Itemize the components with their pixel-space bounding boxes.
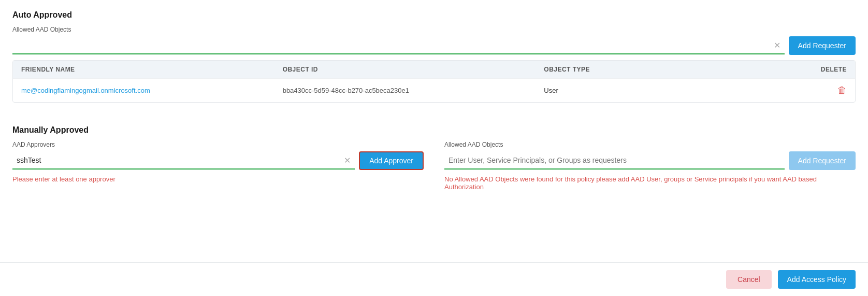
allowed-error-text: No Allowed AAD Objects were found for th… <box>444 175 856 191</box>
table-row: me@codingflamingogmail.onmicrosoft.com b… <box>13 78 855 102</box>
auto-allowed-aad-label: Allowed AAD Objects <box>12 26 856 33</box>
manually-approved-section: Manually Approved AAD Approvers ✕ Add Ap… <box>12 125 856 191</box>
auto-approved-clear-btn[interactable]: ✕ <box>772 40 783 50</box>
cell-friendly-name: me@codingflamingogmail.onmicrosoft.com <box>21 87 283 94</box>
page-container: Auto Approved Allowed AAD Objects ✕ Add … <box>0 0 868 296</box>
auto-add-requester-button[interactable]: Add Requester <box>789 36 856 55</box>
manually-approved-title: Manually Approved <box>12 125 856 135</box>
auto-approved-title: Auto Approved <box>12 10 856 20</box>
add-access-policy-button[interactable]: Add Access Policy <box>778 270 856 289</box>
col-object-type: OBJECT TYPE <box>544 66 805 73</box>
cell-object-id: bba430cc-5d59-48cc-b270-ac5beca230e1 <box>283 87 544 94</box>
aad-approvers-label: AAD Approvers <box>12 141 424 148</box>
aad-approvers-clear-btn[interactable]: ✕ <box>342 156 353 165</box>
auto-approved-input-row: ✕ Add Requester <box>12 36 856 55</box>
col-object-id: OBJECT ID <box>283 66 544 73</box>
aad-approvers-input-row: ✕ Add Approver <box>12 151 424 170</box>
delete-row-button[interactable]: 🗑 <box>837 85 847 96</box>
allowed-aad-objects-col: Allowed AAD Objects Add Requester No All… <box>444 141 856 191</box>
allowed-aad-input-wrapper <box>444 152 785 170</box>
table-header: FRIENDLY NAME OBJECT ID OBJECT TYPE DELE… <box>13 61 855 78</box>
cell-delete: 🗑 <box>805 85 847 96</box>
add-approver-button[interactable]: Add Approver <box>359 151 424 170</box>
allowed-add-requester-button[interactable]: Add Requester <box>789 151 856 170</box>
cell-object-type: User <box>544 87 805 94</box>
allowed-aad-label: Allowed AAD Objects <box>444 141 856 148</box>
cancel-button[interactable]: Cancel <box>726 270 772 289</box>
allowed-aad-input-row: Add Requester <box>444 151 856 170</box>
allowed-aad-input[interactable] <box>444 152 783 168</box>
col-friendly-name: FRIENDLY NAME <box>21 66 283 73</box>
footer-bar: Cancel Add Access Policy <box>0 262 868 296</box>
approver-error-text: Please enter at least one approver <box>12 175 424 183</box>
auto-approved-input[interactable] <box>12 37 772 53</box>
manually-approved-two-col: AAD Approvers ✕ Add Approver Please ente… <box>12 141 856 191</box>
auto-approved-table: FRIENDLY NAME OBJECT ID OBJECT TYPE DELE… <box>12 60 856 103</box>
aad-approvers-col: AAD Approvers ✕ Add Approver Please ente… <box>12 141 424 191</box>
aad-approvers-input-wrapper: ✕ <box>12 152 355 170</box>
aad-approvers-input[interactable] <box>12 152 342 168</box>
col-delete: DELETE <box>805 66 847 73</box>
auto-approved-section: Auto Approved Allowed AAD Objects ✕ Add … <box>12 10 856 117</box>
auto-approved-input-wrapper: ✕ <box>12 37 785 54</box>
